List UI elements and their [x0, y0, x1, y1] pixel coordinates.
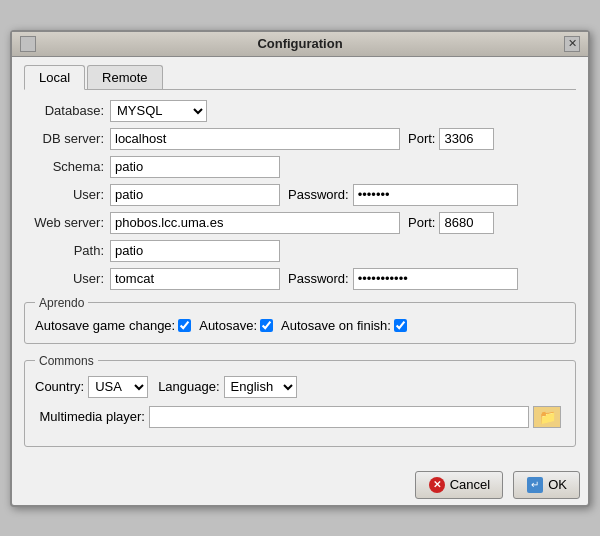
- autosave-checkbox[interactable]: [260, 319, 273, 332]
- autosave-finish-checkbox[interactable]: [394, 319, 407, 332]
- database-row: Database: MYSQL PostgreSQL SQLite: [24, 100, 576, 122]
- aprendo-section: Aprendo Autosave game change: Autosave: …: [24, 296, 576, 344]
- ok-label: OK: [548, 477, 567, 492]
- web-port-label: Port:: [408, 215, 435, 230]
- title-bar: Configuration ✕: [12, 32, 588, 57]
- cancel-label: Cancel: [450, 477, 490, 492]
- country-language-row: Country: USA UK Spain Language: English …: [35, 376, 565, 398]
- autosave-game-group: Autosave game change:: [35, 318, 191, 333]
- autosave-label: Autosave:: [199, 318, 257, 333]
- schema-label: Schema:: [24, 159, 104, 174]
- footer: ✕ Cancel ↵ OK: [12, 467, 588, 505]
- user2-label: User:: [24, 271, 104, 286]
- database-label: Database:: [24, 103, 104, 118]
- port-label: Port:: [408, 131, 435, 146]
- path-input[interactable]: [110, 240, 280, 262]
- country-label: Country:: [35, 379, 84, 394]
- path-label: Path:: [24, 243, 104, 258]
- schema-input[interactable]: [110, 156, 280, 178]
- aprendo-legend: Aprendo: [35, 296, 88, 310]
- commons-legend: Commons: [35, 354, 98, 368]
- language-label: Language:: [158, 379, 219, 394]
- tab-local[interactable]: Local: [24, 65, 85, 90]
- web-server-label: Web server:: [24, 215, 104, 230]
- user-input[interactable]: [110, 184, 280, 206]
- close-button[interactable]: ✕: [564, 36, 580, 52]
- schema-row: Schema:: [24, 156, 576, 178]
- autosave-group: Autosave:: [199, 318, 273, 333]
- path-row: Path:: [24, 240, 576, 262]
- autosave-game-label: Autosave game change:: [35, 318, 175, 333]
- cancel-button[interactable]: ✕ Cancel: [415, 471, 503, 499]
- multimedia-row: Multimedia player: 📁: [35, 406, 565, 428]
- user-password-row: User: Password:: [24, 184, 576, 206]
- web-server-input[interactable]: [110, 212, 400, 234]
- cancel-icon: ✕: [428, 476, 446, 494]
- multimedia-label: Multimedia player:: [35, 409, 145, 424]
- tab-bar: Local Remote: [24, 65, 576, 90]
- password-label: Password:: [288, 187, 349, 202]
- autosave-finish-group: Autosave on finish:: [281, 318, 407, 333]
- country-select[interactable]: USA UK Spain: [88, 376, 148, 398]
- main-content: Local Remote Database: MYSQL PostgreSQL …: [12, 57, 588, 467]
- db-server-input[interactable]: [110, 128, 400, 150]
- password-input[interactable]: [353, 184, 518, 206]
- user-label: User:: [24, 187, 104, 202]
- window-title: Configuration: [257, 36, 342, 51]
- multimedia-input-group: 📁: [149, 406, 561, 428]
- database-select[interactable]: MYSQL PostgreSQL SQLite: [110, 100, 207, 122]
- port-input[interactable]: [439, 128, 494, 150]
- language-select[interactable]: English Spanish French: [224, 376, 297, 398]
- db-server-row: DB server: Port:: [24, 128, 576, 150]
- web-server-row: Web server: Port:: [24, 212, 576, 234]
- ok-icon: ↵: [526, 476, 544, 494]
- autosave-game-checkbox[interactable]: [178, 319, 191, 332]
- autosave-finish-label: Autosave on finish:: [281, 318, 391, 333]
- window-icon: [20, 36, 36, 52]
- aprendo-row: Autosave game change: Autosave: Autosave…: [35, 318, 565, 333]
- password2-input[interactable]: [353, 268, 518, 290]
- configuration-window: Configuration ✕ Local Remote Database: M…: [10, 30, 590, 507]
- ok-button[interactable]: ↵ OK: [513, 471, 580, 499]
- browse-button[interactable]: 📁: [533, 406, 561, 428]
- user2-input[interactable]: [110, 268, 280, 290]
- db-server-label: DB server:: [24, 131, 104, 146]
- multimedia-input[interactable]: [149, 406, 529, 428]
- commons-section: Commons Country: USA UK Spain Language: …: [24, 354, 576, 447]
- web-port-input[interactable]: [439, 212, 494, 234]
- user2-password2-row: User: Password:: [24, 268, 576, 290]
- password2-label: Password:: [288, 271, 349, 286]
- tab-remote[interactable]: Remote: [87, 65, 163, 89]
